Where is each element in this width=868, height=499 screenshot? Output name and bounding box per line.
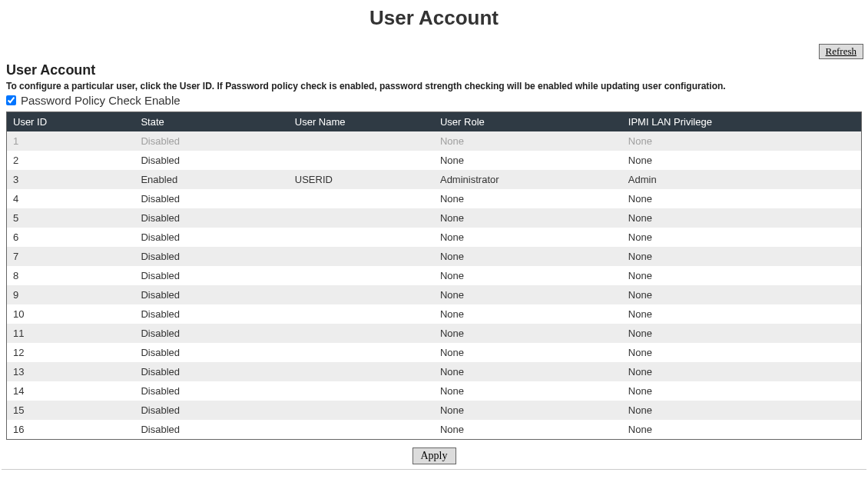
- cell-ipmi-priv: None: [622, 381, 862, 401]
- cell-user-id: 3: [7, 170, 135, 189]
- cell-user-id: 14: [7, 381, 135, 401]
- cell-user-name: [289, 420, 434, 440]
- cell-user-name: [289, 266, 434, 285]
- cell-state: Disabled: [134, 208, 288, 228]
- col-user-id: User ID: [7, 112, 135, 132]
- cell-ipmi-priv: None: [622, 304, 862, 324]
- section-title: User Account: [6, 62, 862, 78]
- cell-user-name: [289, 324, 434, 343]
- cell-user-name: [289, 362, 434, 381]
- cell-user-role: None: [434, 362, 622, 381]
- table-row[interactable]: 2DisabledNoneNone: [7, 151, 862, 170]
- section-description: To configure a particular user, click th…: [6, 80, 862, 92]
- cell-user-role: None: [434, 189, 622, 208]
- cell-user-role: None: [434, 401, 622, 420]
- cell-state: Disabled: [134, 420, 288, 440]
- cell-user-id: 4: [7, 189, 135, 208]
- cell-user-id: 5: [7, 208, 135, 228]
- table-row[interactable]: 7DisabledNoneNone: [7, 247, 862, 266]
- cell-user-role: None: [434, 266, 622, 285]
- cell-state: Disabled: [134, 401, 288, 420]
- cell-user-id: 6: [7, 228, 135, 247]
- cell-ipmi-priv: None: [622, 324, 862, 343]
- cell-state: Enabled: [134, 170, 288, 189]
- cell-state: Disabled: [134, 381, 288, 401]
- cell-state: Disabled: [134, 189, 288, 208]
- cell-ipmi-priv: None: [622, 151, 862, 170]
- cell-user-role: None: [434, 285, 622, 304]
- cell-user-role: None: [434, 381, 622, 401]
- cell-ipmi-priv: None: [622, 285, 862, 304]
- col-user-name: User Name: [289, 112, 434, 132]
- cell-state: Disabled: [134, 285, 288, 304]
- cell-user-name: [289, 228, 434, 247]
- table-row[interactable]: 4DisabledNoneNone: [7, 189, 862, 208]
- cell-user-name: USERID: [289, 170, 434, 189]
- cell-ipmi-priv: None: [622, 247, 862, 266]
- cell-ipmi-priv: None: [622, 208, 862, 228]
- cell-user-id: 12: [7, 343, 135, 362]
- cell-ipmi-priv: None: [622, 189, 862, 208]
- cell-state: Disabled: [134, 131, 288, 151]
- table-row[interactable]: 14DisabledNoneNone: [7, 381, 862, 401]
- apply-button[interactable]: Apply: [412, 447, 456, 464]
- col-ipmi-priv: IPMI LAN Privilege: [622, 112, 862, 132]
- cell-user-name: [289, 304, 434, 324]
- table-row[interactable]: 6DisabledNoneNone: [7, 228, 862, 247]
- table-row[interactable]: 15DisabledNoneNone: [7, 401, 862, 420]
- cell-user-role: None: [434, 151, 622, 170]
- cell-user-id: 13: [7, 362, 135, 381]
- col-user-role: User Role: [434, 112, 622, 132]
- cell-user-role: None: [434, 228, 622, 247]
- table-row[interactable]: 8DisabledNoneNone: [7, 266, 862, 285]
- cell-ipmi-priv: None: [622, 420, 862, 440]
- cell-state: Disabled: [134, 362, 288, 381]
- table-row[interactable]: 10DisabledNoneNone: [7, 304, 862, 324]
- cell-user-role: Administrator: [434, 170, 622, 189]
- cell-state: Disabled: [134, 343, 288, 362]
- cell-user-id: 11: [7, 324, 135, 343]
- cell-user-id: 7: [7, 247, 135, 266]
- cell-state: Disabled: [134, 266, 288, 285]
- cell-user-role: None: [434, 324, 622, 343]
- col-state: State: [134, 112, 288, 132]
- table-row[interactable]: 12DisabledNoneNone: [7, 343, 862, 362]
- cell-user-name: [289, 208, 434, 228]
- password-policy-checkbox[interactable]: [6, 95, 16, 105]
- cell-ipmi-priv: None: [622, 228, 862, 247]
- refresh-button[interactable]: Refresh: [819, 44, 863, 59]
- cell-user-name: [289, 381, 434, 401]
- cell-state: Disabled: [134, 324, 288, 343]
- cell-ipmi-priv: None: [622, 343, 862, 362]
- cell-user-id: 2: [7, 151, 135, 170]
- cell-state: Disabled: [134, 304, 288, 324]
- table-row[interactable]: 11DisabledNoneNone: [7, 324, 862, 343]
- cell-user-id: 10: [7, 304, 135, 324]
- cell-user-id: 15: [7, 401, 135, 420]
- cell-user-role: None: [434, 304, 622, 324]
- cell-user-id: 16: [7, 420, 135, 440]
- table-row[interactable]: 13DisabledNoneNone: [7, 362, 862, 381]
- cell-ipmi-priv: None: [622, 266, 862, 285]
- cell-user-role: None: [434, 131, 622, 151]
- cell-user-name: [289, 247, 434, 266]
- cell-user-role: None: [434, 247, 622, 266]
- cell-user-role: None: [434, 208, 622, 228]
- cell-state: Disabled: [134, 151, 288, 170]
- cell-user-name: [289, 285, 434, 304]
- table-row[interactable]: 3EnabledUSERIDAdministratorAdmin: [7, 170, 862, 189]
- user-table: User ID State User Name User Role IPMI L…: [6, 111, 862, 440]
- cell-user-id: 9: [7, 285, 135, 304]
- table-row[interactable]: 5DisabledNoneNone: [7, 208, 862, 228]
- page-title: User Account: [0, 0, 868, 44]
- table-row[interactable]: 1DisabledNoneNone: [7, 131, 862, 151]
- cell-user-role: None: [434, 343, 622, 362]
- cell-user-name: [289, 131, 434, 151]
- cell-user-name: [289, 189, 434, 208]
- cell-user-name: [289, 343, 434, 362]
- cell-user-role: None: [434, 420, 622, 440]
- cell-user-id: 8: [7, 266, 135, 285]
- table-row[interactable]: 16DisabledNoneNone: [7, 420, 862, 440]
- password-policy-label: Password Policy Check Enable: [21, 94, 181, 107]
- table-row[interactable]: 9DisabledNoneNone: [7, 285, 862, 304]
